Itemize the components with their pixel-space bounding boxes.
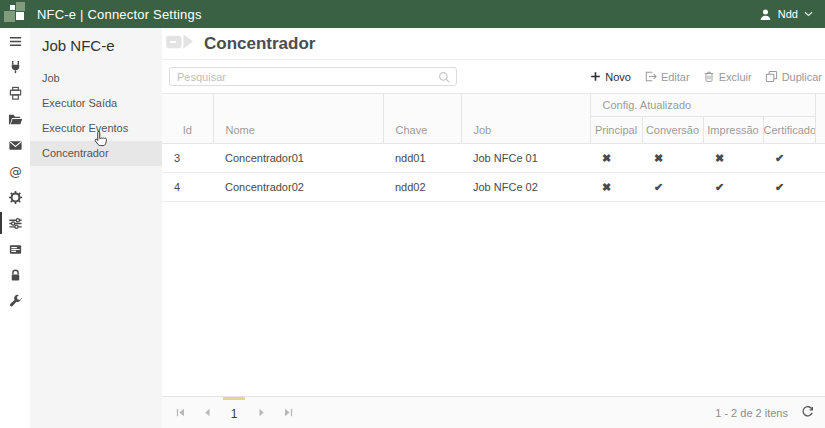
duplicar-button[interactable]: Duplicar — [765, 70, 822, 83]
table-row[interactable]: 3 Concentrador01 ndd01 Job NFCe 01 ✖ ✖ ✖… — [162, 144, 825, 173]
user-menu[interactable]: Ndd — [759, 8, 813, 21]
app-title: NFC-e | Connector Settings — [37, 7, 202, 22]
gear-icon[interactable] — [0, 184, 30, 210]
sidenav-item-concentrador[interactable]: Concentrador — [30, 141, 162, 166]
connector-plug-icon[interactable] — [0, 54, 30, 80]
search-input[interactable] — [169, 67, 457, 86]
pager: 1 1 - 2 de 2 itens — [162, 396, 825, 428]
chevron-down-icon — [804, 11, 813, 17]
concentrador-table: Id Nome Chave Job Config. Atualizado Pri… — [162, 93, 825, 202]
wrench-icon[interactable] — [0, 288, 30, 314]
edit-icon — [644, 70, 657, 83]
column-spacer — [815, 94, 825, 144]
novo-button[interactable]: Novo — [590, 71, 631, 83]
cell-nome: Concentrador02 — [213, 173, 383, 202]
mail-icon[interactable] — [0, 132, 30, 158]
search-box — [169, 67, 457, 87]
cell-spacer — [815, 173, 825, 202]
app-window: NFC-e | Connector Settings Ndd @ — [0, 0, 825, 428]
sidenav-item-executor-eventos[interactable]: Executor Eventos — [30, 116, 162, 141]
toolbar: Novo Editar Excluir — [162, 60, 825, 93]
cell-spacer — [815, 144, 825, 173]
previous-page-button[interactable] — [196, 397, 218, 428]
icon-rail: @ — [0, 28, 30, 428]
printer-icon[interactable] — [0, 80, 30, 106]
folder-open-icon[interactable] — [0, 106, 30, 132]
cell-impressao-flag: ✖ — [703, 144, 763, 173]
cell-job: Job NFCe 02 — [461, 173, 590, 202]
svg-text:@: @ — [9, 164, 22, 179]
cell-id: 4 — [162, 173, 213, 202]
column-header-principal[interactable]: Principal — [590, 117, 642, 144]
cell-chave: ndd02 — [383, 173, 461, 202]
cell-principal-flag: ✖ — [590, 144, 642, 173]
concentrador-page-icon — [165, 31, 198, 58]
secondary-nav: Job NFC-e Job Executor Saída Executor Ev… — [30, 28, 162, 428]
cell-conversao-flag: ✖ — [642, 144, 703, 173]
cell-principal-flag: ✖ — [590, 173, 642, 202]
column-header-id[interactable]: Id — [162, 94, 213, 144]
items-count-text: 1 - 2 de 2 itens — [715, 407, 788, 419]
lock-icon[interactable] — [0, 262, 30, 288]
toolbar-buttons: Novo Editar Excluir — [590, 70, 822, 83]
main-content: Concentrador Novo — [162, 28, 825, 428]
page-title: Concentrador — [204, 34, 315, 54]
column-group-config-atualizado: Config. Atualizado — [590, 94, 815, 117]
column-header-impressao[interactable]: Impressão — [703, 117, 763, 144]
cell-impressao-flag: ✔ — [703, 173, 763, 202]
next-page-button[interactable] — [250, 397, 272, 428]
column-header-conversao[interactable]: Conversão — [642, 117, 703, 144]
search-icon — [438, 70, 451, 88]
cell-conversao-flag: ✔ — [642, 173, 703, 202]
trash-icon — [703, 70, 715, 83]
cell-id: 3 — [162, 144, 213, 173]
sidenav-item-job[interactable]: Job — [30, 66, 162, 91]
pager-info: 1 - 2 de 2 itens — [715, 406, 814, 419]
editar-button[interactable]: Editar — [644, 70, 690, 83]
cell-job: Job NFCe 01 — [461, 144, 590, 173]
page-header: Concentrador — [162, 28, 825, 60]
ndd-logo — [0, 0, 32, 28]
user-icon — [759, 8, 772, 21]
user-name: Ndd — [778, 8, 798, 20]
column-header-certificado[interactable]: Certificado — [763, 117, 815, 144]
first-page-button[interactable] — [169, 397, 191, 428]
copy-icon — [765, 70, 778, 83]
current-page-button[interactable]: 1 — [223, 397, 245, 428]
plus-icon — [590, 71, 601, 82]
cell-nome: Concentrador01 — [213, 144, 383, 173]
table-row[interactable]: 4 Concentrador02 ndd02 Job NFCe 02 ✖ ✔ ✔… — [162, 173, 825, 202]
column-header-nome[interactable]: Nome — [213, 94, 383, 144]
excluir-button[interactable]: Excluir — [703, 70, 752, 83]
refresh-icon[interactable] — [801, 406, 814, 419]
sliders-icon[interactable] — [0, 210, 30, 236]
cell-certificado-flag: ✔ — [763, 173, 815, 202]
menu-icon[interactable] — [0, 28, 30, 54]
sidenav-item-executor-saida[interactable]: Executor Saída — [30, 91, 162, 116]
at-sign-icon[interactable]: @ — [0, 158, 30, 184]
column-header-job[interactable]: Job — [461, 94, 590, 144]
top-bar: NFC-e | Connector Settings Ndd — [0, 0, 825, 28]
cell-certificado-flag: ✔ — [763, 144, 815, 173]
column-header-chave[interactable]: Chave — [383, 94, 461, 144]
cell-chave: ndd01 — [383, 144, 461, 173]
last-page-button[interactable] — [277, 397, 299, 428]
server-icon[interactable] — [0, 236, 30, 262]
nav-section-title: Job NFC-e — [30, 28, 162, 66]
